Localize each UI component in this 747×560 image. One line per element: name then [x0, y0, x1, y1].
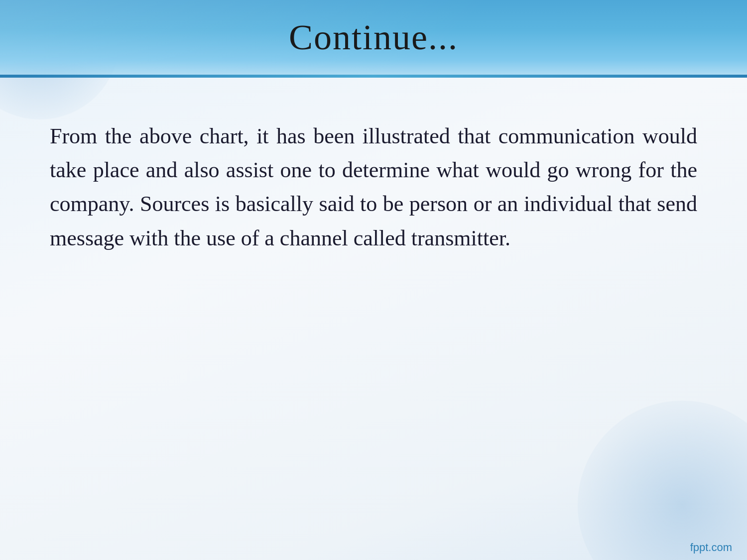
header-accent-bar [0, 75, 747, 78]
main-paragraph: From the above chart, it has been illust… [50, 119, 697, 255]
slide-title: Continue... [289, 17, 458, 58]
slide-content: From the above chart, it has been illust… [0, 75, 747, 557]
brand-label: fppt.com [690, 541, 732, 554]
slide-footer: fppt.com [0, 535, 747, 560]
slide-header: Continue... [0, 0, 747, 75]
slide: Continue... From the above chart, it has… [0, 0, 747, 560]
